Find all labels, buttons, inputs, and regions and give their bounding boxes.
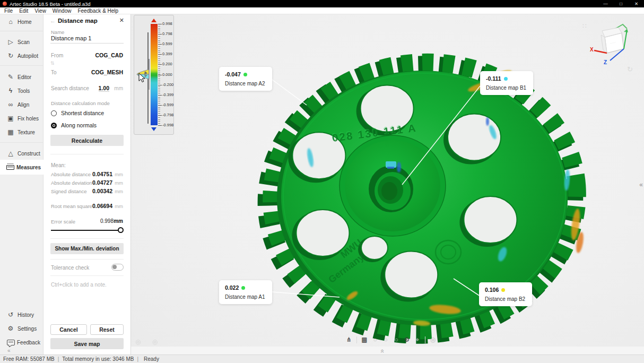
reset-button[interactable]: Reset (90, 324, 124, 335)
show-maxmin-button[interactable]: Show Max./Min. deviation (50, 243, 124, 254)
sidebar-collapse-button[interactable]: « (7, 348, 11, 353)
stat-label: Signed distance (51, 188, 87, 194)
wireframe-view-icon[interactable]: ○ (391, 335, 402, 344)
calc-mode-label: Distance calculation mode (51, 100, 110, 106)
close-button[interactable]: ✕ (629, 0, 644, 7)
free-ram-status: Free RAM: 55087 MB (3, 356, 55, 362)
sidebar-item-label: Construct (18, 151, 40, 157)
sidebar-item-measures[interactable]: Measures (0, 160, 43, 175)
menu-window[interactable]: Window (49, 8, 75, 14)
sidebar-item-home[interactable]: ⌂ Home (0, 15, 43, 28)
divider (50, 238, 124, 239)
sidebar-item-label: Align (18, 102, 29, 108)
construct-icon: △ (6, 150, 15, 157)
settings-icon: ⚙ (6, 325, 15, 332)
stat-label: Absolute deviation (51, 180, 92, 186)
sidebar-item-align[interactable]: ∞ Align (0, 98, 43, 111)
menu-edit[interactable]: Edit (16, 8, 31, 14)
error-scale-knob[interactable] (118, 227, 124, 233)
note-card-b1[interactable]: -0.111 Distance map B1 (480, 71, 533, 95)
divider (50, 259, 124, 260)
divider (50, 275, 124, 276)
menu-file[interactable]: File (0, 8, 16, 14)
sidebar-item-editor[interactable]: ✎ Editor (0, 71, 43, 83)
note-color-dot (501, 288, 505, 292)
expand-panel-chevron[interactable]: « (379, 349, 387, 353)
menu-view[interactable]: View (31, 8, 49, 14)
grid-icon[interactable]: ∷ (582, 22, 587, 30)
status-bar: Free RAM: 55087 MB | Total memory in use… (0, 355, 644, 363)
radio-icon (51, 123, 57, 128)
slider-line (51, 230, 123, 231)
sidebar-item-settings[interactable]: ⚙ Settings (0, 322, 43, 335)
note-title: Distance map A1 (225, 294, 266, 300)
marker-view-icon[interactable]: ⌖ (412, 335, 423, 344)
feedback-icon (7, 340, 15, 345)
viewport-3d[interactable]: 028 130 111 A 028 130 111 A MWU Germany … (131, 14, 644, 355)
scale-min-arrow[interactable] (151, 127, 156, 131)
pivot-icon[interactable]: ⋔ (344, 335, 354, 344)
panel-close-icon[interactable]: ✕ (119, 17, 124, 24)
navigation-cube[interactable]: ····· X Z (589, 21, 642, 74)
maximize-button[interactable]: □ (613, 0, 629, 7)
sidebar-item-history[interactable]: ↺ History (0, 308, 43, 321)
sidebar-item-fix-holes[interactable]: ▣ Fix holes (0, 112, 43, 125)
sidebar-item-autopilot[interactable]: ↻ Autopilot (0, 49, 43, 62)
save-map-button[interactable]: Save map (50, 338, 124, 349)
note-title: Distance map B1 (486, 85, 527, 91)
recalculate-button[interactable]: Recalculate (50, 135, 124, 146)
sidebar-item-construct[interactable]: △ Construct (0, 147, 43, 160)
bottom-expand-strip: « (131, 347, 644, 355)
sidebar-item-texture[interactable]: ▦ Texture (0, 126, 43, 139)
solid-view-icon[interactable]: ○ (370, 335, 380, 344)
from-value[interactable]: COG_CAD (95, 52, 123, 58)
menu-feedback-help[interactable]: Feedback & Help (74, 8, 121, 14)
texture-icon: ▦ (6, 128, 15, 136)
search-distance-input[interactable]: 1.00 (99, 85, 109, 92)
note-card-a2[interactable]: -0.047 Distance map A2 (219, 67, 272, 91)
mean-label: Mean: (51, 162, 66, 168)
stat-unit: mm (115, 180, 123, 186)
rms-value: 0.06694 (92, 203, 112, 209)
status-separator: | (137, 356, 138, 362)
error-scale-slider[interactable] (51, 227, 123, 234)
title-bar: Artec Studio 18.5 Beta - untitled.a3d — … (0, 0, 644, 7)
scale-max-arrow[interactable] (151, 19, 156, 22)
radio-along-normals[interactable]: Along normals (51, 122, 97, 128)
textured-view-icon[interactable]: ▩ (359, 335, 370, 344)
ready-status: Ready (144, 356, 159, 362)
sidebar-item-feedback[interactable]: Feedback (0, 336, 43, 349)
radio-shortest-distance[interactable]: Shortest distance (51, 110, 104, 116)
sidebar-item-label: Tools (18, 88, 30, 94)
note-hint: Ctrl+click to add a note. (51, 282, 107, 288)
sidebar-item-label: Texture (18, 129, 35, 135)
target-view-icon[interactable]: ◎ (428, 335, 438, 344)
stat-label: Absolute distance (51, 171, 91, 177)
tolerance-toggle[interactable] (111, 264, 124, 271)
sidebar-item-label: History (18, 312, 34, 318)
sidebar-separator (0, 31, 43, 31)
to-value[interactable]: COG_MESH (91, 69, 123, 75)
back-icon[interactable]: ← (50, 18, 56, 24)
smooth-view-icon[interactable]: ○ (380, 335, 391, 344)
sidebar-separator (0, 142, 43, 143)
minimize-button[interactable]: — (598, 0, 613, 7)
xray-view-icon[interactable]: ⚙ (402, 335, 412, 344)
note-value: -0.111 (486, 75, 501, 82)
cancel-button[interactable]: Cancel (50, 324, 87, 335)
axis-z-label[interactable]: Z (604, 59, 607, 65)
window-title: Artec Studio 18.5 Beta - untitled.a3d (10, 1, 91, 7)
toolbar-separator (425, 336, 425, 343)
swap-icon[interactable]: ⇅ (50, 60, 55, 66)
gear-model[interactable]: 028 130 111 A 028 130 111 A MWU Germany (131, 14, 644, 355)
sidebar-item-label: Measures (16, 165, 41, 170)
radio-label: Along normals (61, 122, 97, 128)
sidebar-item-scan[interactable]: ▷ Scan (0, 36, 43, 48)
right-panel-handle[interactable]: « (639, 181, 643, 188)
note-card-b2[interactable]: 0.106 Distance map B2 (479, 282, 532, 306)
stat-unit: mm (115, 188, 123, 194)
name-input[interactable]: Distance map 1 (51, 35, 91, 41)
note-card-a1[interactable]: 0.022 Distance map A1 (219, 280, 272, 304)
axis-x-label[interactable]: X (590, 47, 594, 53)
sidebar-item-tools[interactable]: ϟ Tools (0, 84, 43, 97)
